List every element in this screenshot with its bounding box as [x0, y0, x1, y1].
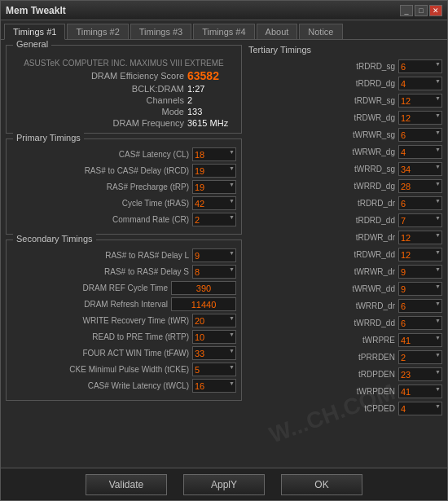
bclk-label: BCLK:DRAM — [86, 84, 184, 94]
twcl-label: CAS# Write Latency (tWCL) — [11, 381, 192, 390]
tras-label: Cycle Time (tRAS) — [11, 199, 192, 208]
trp-select-wrap: 19 — [192, 180, 236, 194]
tert-sel-6[interactable]: 34 — [398, 162, 442, 176]
tert-row-1: tRDRD_dg 4 — [247, 77, 442, 90]
rasl-label: RAS# to RAS# Delay L — [11, 251, 192, 260]
tert-sel-4[interactable]: 6 — [398, 128, 442, 142]
tert-sel-20[interactable]: 4 — [398, 402, 442, 415]
rasl-select[interactable]: 9 — [192, 248, 236, 262]
tert-sel-5[interactable]: 4 — [398, 145, 442, 159]
tab-timings3[interactable]: Timings #3 — [130, 24, 191, 39]
tert-wrap-2: 12 — [398, 94, 442, 108]
trcd-select-wrap: 19 — [192, 164, 236, 178]
tert-sel-14[interactable]: 6 — [398, 299, 442, 313]
tcke-select-wrap: 5 — [192, 363, 236, 376]
rasl-select-wrap: 9 — [192, 248, 236, 262]
tert-wrap-12: 9 — [398, 265, 442, 279]
tert-wrap-20: 4 — [398, 402, 442, 415]
tert-sel-19[interactable]: 41 — [398, 385, 442, 398]
trcd-select[interactable]: 19 — [192, 164, 236, 178]
freq-row: DRAM Frequency 3615 MHz — [11, 118, 236, 128]
tab-about[interactable]: About — [257, 24, 298, 39]
tert-sel-0[interactable]: 6 — [398, 59, 442, 73]
timing-row-trp: RAS# Precharge (tRP) 19 — [11, 180, 236, 194]
tert-sel-13[interactable]: 9 — [398, 282, 442, 296]
cl-select[interactable]: 18 — [192, 147, 236, 161]
tcke-select[interactable]: 5 — [192, 363, 236, 376]
cr-select[interactable]: 2 — [192, 213, 236, 226]
tras-select[interactable]: 42 — [192, 196, 236, 210]
tert-sel-10[interactable]: 12 — [398, 231, 442, 244]
tert-wrap-4: 6 — [398, 128, 442, 142]
tcke-label: CKE Minimul Pulse Width (tCKE) — [11, 365, 192, 374]
tert-wrap-14: 6 — [398, 299, 442, 313]
sec-row-tfaw: FOUR ACT WIN Time (tFAW) 33 — [11, 346, 236, 360]
tert-row-13: tWRWR_dd 9 — [247, 282, 442, 296]
rass-select[interactable]: 8 — [192, 265, 236, 279]
apply-button[interactable]: ApplY — [183, 474, 265, 495]
tab-timings4[interactable]: Timings #4 — [193, 24, 254, 39]
tert-sel-2[interactable]: 12 — [398, 94, 442, 108]
tab-notice[interactable]: Notice — [299, 24, 342, 39]
tert-row-16: tWRPRE 41 — [247, 333, 442, 347]
mode-label: Mode — [86, 107, 184, 116]
close-button[interactable]: ✕ — [429, 5, 442, 16]
tert-sel-9[interactable]: 7 — [398, 213, 442, 227]
tert-sel-16[interactable]: 41 — [398, 333, 442, 347]
tert-wrap-19: 41 — [398, 385, 442, 398]
tert-sel-11[interactable]: 12 — [398, 248, 442, 261]
ref-input[interactable] — [171, 281, 236, 295]
right-panel: Tertiary Timings tRDRD_sg 6 tRDRD_dg 4 t… — [247, 45, 442, 463]
refresh-input[interactable] — [171, 297, 236, 311]
tert-sel-12[interactable]: 9 — [398, 265, 442, 279]
tert-label-11: tRDWR_dd — [247, 250, 398, 259]
twcl-select[interactable]: 16 — [192, 379, 236, 393]
tert-label-10: tRDWR_dr — [247, 233, 398, 242]
trtp-label: READ to PRE Time (tRTP) — [11, 332, 192, 341]
secondary-rows: RAS# to RAS# Delay L 9 RAS# to RAS# Dela… — [11, 248, 236, 393]
tert-label-9: tRDRD_dd — [247, 216, 398, 225]
ok-button[interactable]: OK — [281, 474, 362, 495]
tert-sel-15[interactable]: 6 — [398, 316, 442, 330]
tert-sel-1[interactable]: 4 — [398, 77, 442, 90]
rass-label: RAS# to RAS# Delay S — [11, 267, 192, 276]
minimize-button[interactable]: _ — [400, 5, 413, 16]
tert-sel-7[interactable]: 28 — [398, 179, 442, 193]
tert-sel-8[interactable]: 6 — [398, 196, 442, 210]
tert-row-12: tWRWR_dr 9 — [247, 265, 442, 279]
maximize-button[interactable]: □ — [415, 5, 428, 16]
twr-select[interactable]: 20 — [192, 314, 236, 327]
secondary-group: Secondary Timings RAS# to RAS# Delay L 9… — [6, 240, 242, 401]
tert-row-10: tRDWR_dr 12 — [247, 231, 442, 244]
tert-row-17: tPRRDEN 2 — [247, 350, 442, 364]
bclk-value: 1:27 — [187, 84, 236, 94]
tert-row-15: tWRRD_dd 6 — [247, 316, 442, 330]
tert-wrap-0: 6 — [398, 59, 442, 73]
sec-row-twr: WRITE Recovery Time (tWR) 20 — [11, 314, 236, 327]
tert-label-16: tWRPRE — [247, 336, 398, 345]
title-bar: Mem TweakIt _ □ ✕ — [1, 1, 447, 20]
tab-timings1[interactable]: Timings #1 — [4, 24, 65, 40]
trp-select[interactable]: 19 — [192, 180, 236, 194]
left-panel: General ASUSTeK COMPUTER INC. MAXIMUS VI… — [6, 45, 242, 463]
tert-row-11: tRDWR_dd 12 — [247, 248, 442, 261]
cl-label: CAS# Latency (CL) — [11, 150, 192, 159]
freq-value: 3615 MHz — [187, 118, 236, 128]
tfaw-select[interactable]: 33 — [192, 346, 236, 360]
content-area: General ASUSTeK COMPUTER INC. MAXIMUS VI… — [1, 40, 447, 468]
tab-timings2[interactable]: Timings #2 — [67, 24, 128, 39]
tert-label-14: tWRRD_dr — [247, 301, 398, 310]
efficiency-row: DRAM Efficiency Score 63582 — [11, 69, 236, 82]
sec-row-tcke: CKE Minimul Pulse Width (tCKE) 5 — [11, 363, 236, 376]
general-info: ASUSTeK COMPUTER INC. MAXIMUS VIII EXTRE… — [11, 57, 236, 128]
tert-label-7: tWRRD_dg — [247, 182, 398, 191]
tert-sel-3[interactable]: 12 — [398, 111, 442, 125]
validate-button[interactable]: Validate — [86, 474, 167, 495]
tert-sel-17[interactable]: 2 — [398, 350, 442, 364]
trp-label: RAS# Precharge (tRP) — [11, 182, 192, 191]
tert-sel-18[interactable]: 23 — [398, 367, 442, 381]
tras-select-wrap: 42 — [192, 196, 236, 210]
tert-wrap-13: 9 — [398, 282, 442, 296]
cr-label: Command Rate (CR) — [11, 215, 192, 224]
trtp-select[interactable]: 10 — [192, 330, 236, 344]
